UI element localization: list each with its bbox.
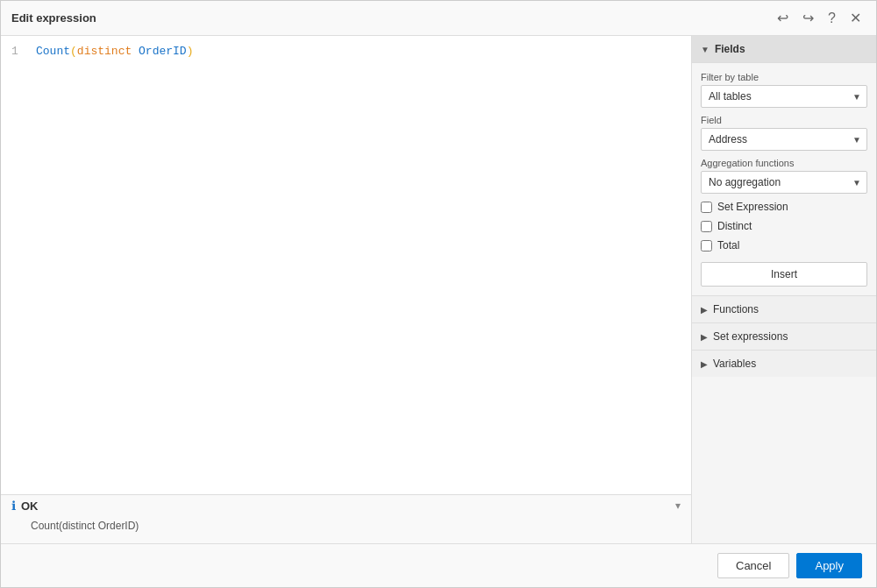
set-expressions-arrow-icon: ▶ — [701, 332, 708, 342]
close-button[interactable]: ✕ — [845, 8, 866, 28]
editor-pane: 1 Count(distinct OrderID) ℹ OK ▾ Count(d… — [1, 36, 692, 543]
total-label: Total — [717, 239, 739, 251]
field-label: Field — [701, 115, 867, 125]
code-content: Count(distinct OrderID) — [36, 43, 193, 61]
field-group: Field Address ▼ — [701, 115, 867, 151]
editor-line-1: 1 Count(distinct OrderID) — [11, 43, 681, 61]
set-expression-label: Set Expression — [717, 201, 788, 213]
redo-button[interactable]: ↪ — [798, 8, 818, 28]
cancel-button[interactable]: Cancel — [717, 553, 789, 578]
code-paren-open: ( — [70, 45, 77, 58]
dialog-title: Edit expression — [11, 11, 96, 25]
distinct-row: Distinct — [701, 220, 867, 232]
set-expression-row: Set Expression — [701, 201, 867, 213]
status-detail: Count(distinct OrderID) — [11, 520, 139, 532]
total-checkbox[interactable] — [701, 240, 712, 251]
fields-section-title: Fields — [715, 43, 745, 55]
functions-section-header[interactable]: ▶ Functions — [692, 296, 876, 322]
functions-arrow-icon: ▶ — [701, 305, 708, 315]
right-panel: ▼ Fields Filter by table All tables ▼ — [692, 36, 876, 543]
variables-section: ▶ Variables — [692, 350, 876, 377]
code-paren-close: ) — [187, 45, 194, 58]
aggregation-group: Aggregation functions No aggregation ▼ — [701, 158, 867, 194]
dialog-body: 1 Count(distinct OrderID) ℹ OK ▾ Count(d… — [1, 36, 876, 543]
aggregation-label: Aggregation functions — [701, 158, 867, 168]
filter-by-table-wrapper: All tables ▼ — [701, 85, 867, 108]
aggregation-select[interactable]: No aggregation — [701, 171, 867, 194]
dialog-titlebar: Edit expression ↩ ↪ ? ✕ — [1, 1, 876, 36]
titlebar-actions: ↩ ↪ ? ✕ — [773, 8, 866, 28]
distinct-label: Distinct — [717, 220, 752, 232]
line-number-1: 1 — [11, 43, 25, 61]
total-row: Total — [701, 239, 867, 251]
filter-by-table-select[interactable]: All tables — [701, 85, 867, 108]
fields-arrow: ▼ — [701, 45, 709, 54]
status-ok-label: OK — [21, 499, 39, 513]
editor-area[interactable]: 1 Count(distinct OrderID) — [1, 36, 691, 494]
status-bar: ℹ OK ▾ Count(distinct OrderID) — [1, 494, 691, 543]
help-button[interactable]: ? — [824, 9, 840, 28]
filter-by-table-label: Filter by table — [701, 72, 867, 82]
fields-section-header[interactable]: ▼ Fields — [692, 36, 876, 63]
functions-section-title: Functions — [713, 303, 759, 315]
set-expression-checkbox[interactable] — [701, 202, 712, 213]
code-field: OrderID — [139, 45, 187, 58]
insert-button[interactable]: Insert — [701, 262, 867, 287]
status-icon: ℹ — [11, 499, 16, 513]
set-expressions-section-header[interactable]: ▶ Set expressions — [692, 323, 876, 350]
variables-arrow-icon: ▶ — [701, 359, 708, 369]
field-select[interactable]: Address — [701, 128, 867, 151]
set-expressions-section-title: Set expressions — [713, 330, 788, 343]
apply-button[interactable]: Apply — [796, 553, 862, 578]
fields-section: ▼ Fields Filter by table All tables ▼ — [692, 36, 876, 295]
dialog-footer: Cancel Apply — [1, 543, 876, 587]
functions-section: ▶ Functions — [692, 295, 876, 322]
field-select-wrapper: Address ▼ — [701, 128, 867, 151]
variables-section-title: Variables — [713, 358, 756, 370]
undo-button[interactable]: ↩ — [773, 8, 793, 28]
status-expand-btn[interactable]: ▾ — [675, 499, 681, 512]
edit-expression-dialog: Edit expression ↩ ↪ ? ✕ 1 Count(distinct… — [0, 0, 877, 588]
fields-content: Filter by table All tables ▼ Field A — [692, 63, 876, 295]
aggregation-select-wrapper: No aggregation ▼ — [701, 171, 867, 194]
code-distinct: distinct — [77, 45, 132, 58]
set-expressions-section: ▶ Set expressions — [692, 322, 876, 350]
code-count: Count — [36, 45, 70, 58]
status-row: ℹ OK ▾ — [11, 499, 681, 513]
distinct-checkbox[interactable] — [701, 221, 712, 232]
filter-by-table-group: Filter by table All tables ▼ — [701, 72, 867, 108]
variables-section-header[interactable]: ▶ Variables — [692, 351, 876, 377]
